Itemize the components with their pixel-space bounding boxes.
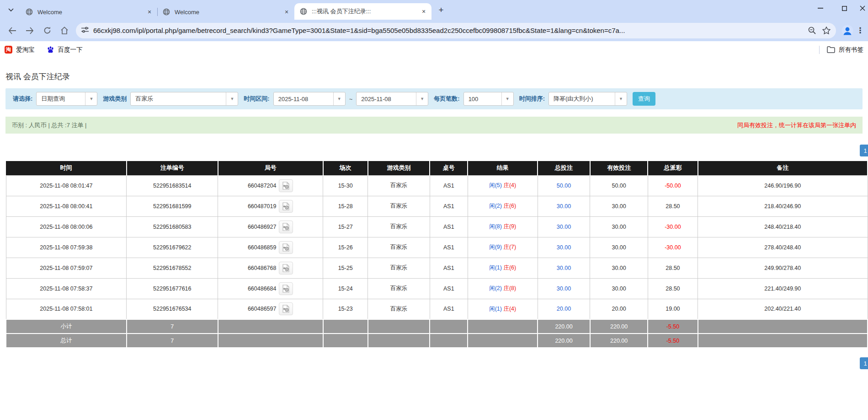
cell-time: 2025-11-08 07:58:01 [6, 299, 127, 319]
col-note: 备注 [698, 161, 868, 175]
video-replay-button[interactable] [279, 200, 293, 213]
cell-round: 660486859 [218, 237, 323, 258]
back-button[interactable] [5, 23, 20, 38]
col-round: 局号 [218, 161, 323, 175]
reload-button[interactable] [40, 23, 54, 38]
cell-total-bet: 20.00 [538, 299, 590, 319]
bookmark-star-icon[interactable] [822, 27, 831, 34]
avatar-icon [841, 25, 853, 37]
cell-payout: -30.00 [648, 216, 698, 237]
close-button[interactable] [856, 0, 868, 16]
address-bar[interactable]: 66cxkj98.com/ipl/portal.php/game/betreco… [76, 23, 836, 38]
tab-welcome-1[interactable]: Welcome × [20, 4, 157, 20]
new-tab-button[interactable]: + [435, 4, 447, 16]
cell-valid-bet: 30.00 [590, 278, 648, 299]
cell-total-bet: 50.00 [538, 175, 590, 196]
result-banker: 庄(9) [503, 223, 516, 230]
maximize-button[interactable] [832, 0, 856, 16]
cell-game-type: 百家乐 [368, 278, 430, 299]
sort-value: 降幂(由大到小) [549, 95, 615, 103]
home-button[interactable] [57, 23, 72, 38]
minimize-button[interactable] [809, 0, 832, 16]
round-number: 660486768 [248, 265, 277, 271]
cell-game-type: 百家乐 [368, 258, 430, 278]
result-player: 闲(2) [489, 285, 502, 291]
cell-table-no: AS1 [430, 258, 468, 278]
cell-game-type: 百家乐 [368, 216, 430, 237]
url-text[interactable]: 66cxkj98.com/ipl/portal.php/game/betreco… [93, 27, 802, 34]
tab-close-icon[interactable]: × [420, 7, 428, 16]
cell-note: 278.40/248.40 [698, 237, 868, 258]
page-1-button[interactable]: 1 [860, 145, 868, 156]
bookmark-taobao[interactable]: 淘 爱淘宝 [5, 46, 35, 54]
table-row: 2025-11-08 08:00:41 522951681599 6604870… [6, 196, 868, 216]
result-player: 闲(5) [489, 182, 502, 188]
all-bookmarks-button[interactable]: 所有书签 [819, 46, 863, 54]
cell-game-type: 百家乐 [368, 237, 430, 258]
cell-bet-id: 522951680583 [127, 216, 218, 237]
tab-bet-record-active[interactable]: :::视讯 会员下注纪录::: × [294, 3, 431, 20]
cell-note: 218.40/246.90 [698, 196, 868, 216]
bookmark-baidu[interactable]: 百度一下 [47, 46, 83, 54]
cell-result: 闲(2) 庄(8) [468, 278, 538, 299]
cell-session: 15-28 [323, 196, 368, 216]
tab-title: :::视讯 会员下注纪录::: [312, 7, 420, 16]
cell-session: 15-23 [323, 299, 368, 319]
cell-table-no: AS1 [430, 175, 468, 196]
cell-time: 2025-11-08 08:00:41 [6, 196, 127, 216]
video-replay-button[interactable] [279, 282, 293, 295]
summary-info-bar: 币别 : 人民币 | 总共 :7 注单 | 同局有效投注，统一计算在该局第一张注… [5, 117, 863, 134]
table-header: 时间 注单编号 局号 场次 游戏类别 桌号 结果 总投注 有效投注 总派彩 备注 [6, 161, 868, 175]
cell-round: 660487204 [218, 175, 323, 196]
col-valid-bet: 有效投注 [590, 161, 648, 175]
page-1-button[interactable]: 1 [860, 357, 868, 369]
tab-welcome-2[interactable]: Welcome × [157, 4, 294, 20]
video-replay-button[interactable] [279, 262, 293, 275]
video-replay-button[interactable] [279, 241, 293, 254]
date-to-select[interactable]: 2025-11-08 ▼ [356, 92, 428, 106]
tab-search-button[interactable] [5, 4, 17, 16]
cell-round: 660487019 [218, 196, 323, 216]
game-type-select[interactable]: 百家乐 ▼ [130, 92, 238, 106]
filter-bar: 请选择: 日期查询 ▼ 游戏类别 百家乐 ▼ 时间区间: 2025-11-08 … [5, 88, 863, 109]
video-replay-button[interactable] [279, 221, 293, 233]
search-button[interactable]: 查询 [633, 92, 655, 106]
bookmark-label: 爱淘宝 [16, 46, 35, 54]
cell-total-bet: 30.00 [538, 258, 590, 278]
query-type-select[interactable]: 日期查询 ▼ [36, 92, 97, 106]
video-replay-button[interactable] [279, 179, 293, 192]
globe-icon [163, 8, 170, 16]
subtotal-payout: -5.50 [648, 319, 698, 334]
chevron-down-icon [8, 8, 14, 12]
cell-game-type: 百家乐 [368, 196, 430, 216]
table-summary: 小计 7 220.00 220.00 -5.50 总计 7 220.00 220… [6, 319, 868, 348]
site-info-icon[interactable] [81, 27, 89, 35]
folder-icon [827, 46, 835, 53]
subtotal-total-bet: 220.00 [538, 319, 590, 334]
browser-tab-strip: Welcome × Welcome × :::视讯 会员下注纪录::: × + [0, 0, 868, 20]
cell-table-no: AS1 [430, 196, 468, 216]
forward-button[interactable] [22, 23, 37, 38]
tab-close-icon[interactable]: × [282, 8, 291, 16]
browser-menu-button[interactable]: ⋮ [856, 24, 864, 38]
cell-result: 闲(5) 庄(4) [468, 175, 538, 196]
subtotal-label: 小计 [6, 319, 127, 334]
minimize-icon [818, 8, 823, 9]
cell-game-type: 百家乐 [368, 175, 430, 196]
date-from-select[interactable]: 2025-11-08 ▼ [273, 92, 346, 106]
sort-label: 时间排序: [519, 95, 545, 103]
cell-time: 2025-11-08 07:59:07 [6, 258, 127, 278]
game-type-value: 百家乐 [131, 95, 226, 103]
video-replay-button[interactable] [279, 302, 293, 315]
browser-toolbar: 66cxkj98.com/ipl/portal.php/game/betreco… [0, 20, 868, 41]
result-player: 闲(9) [489, 244, 502, 250]
tab-close-icon[interactable]: × [145, 8, 154, 16]
total-valid-bet: 220.00 [590, 334, 648, 348]
zoom-level-icon[interactable] [808, 27, 816, 34]
cell-round: 660486768 [218, 258, 323, 278]
per-page-select[interactable]: 100 ▼ [463, 92, 514, 106]
cell-round: 660486927 [218, 216, 323, 237]
cell-time: 2025-11-08 07:59:38 [6, 237, 127, 258]
profile-avatar[interactable] [841, 24, 854, 38]
sort-select[interactable]: 降幂(由大到小) ▼ [548, 92, 627, 106]
